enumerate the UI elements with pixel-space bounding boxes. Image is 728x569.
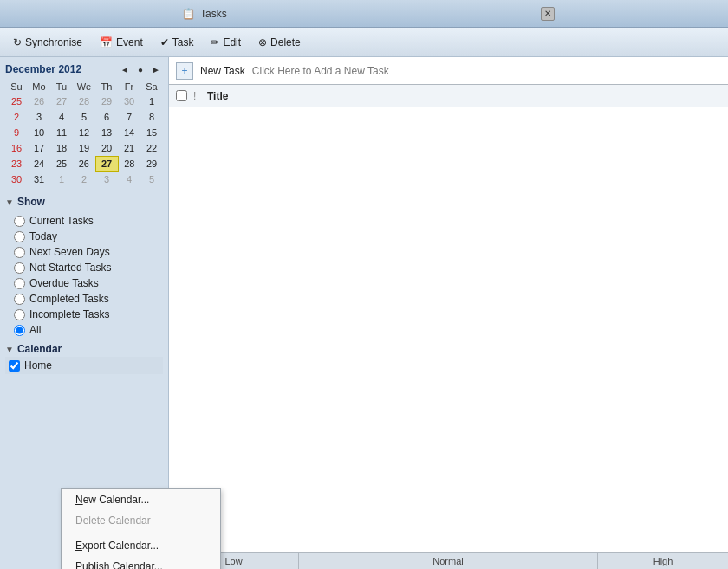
show-radio-overdue[interactable]	[14, 278, 25, 289]
task-priority-col: !	[193, 90, 207, 102]
delete-label: Delete	[270, 36, 301, 48]
calendar-day[interactable]: 22	[140, 140, 163, 156]
calendar-day[interactable]: 17	[28, 140, 50, 156]
calendar-day[interactable]: 28	[73, 94, 95, 109]
edit-button[interactable]: ✏ Edit	[203, 33, 249, 52]
show-radio-today[interactable]	[14, 231, 25, 242]
show-label-not-started: Not Started Tasks	[29, 262, 112, 274]
priority-normal: Normal	[299, 553, 598, 569]
synchronise-button[interactable]: ↻ Synchronise	[5, 33, 90, 52]
calendar-day[interactable]: 20	[95, 140, 118, 156]
calendar-day[interactable]: 9	[5, 125, 28, 140]
calendar-day[interactable]: 15	[140, 125, 163, 140]
calendar-day[interactable]: 27	[95, 156, 118, 171]
calendar-day[interactable]: 18	[50, 140, 73, 156]
calendar-day[interactable]: 26	[28, 94, 50, 109]
new-task-input[interactable]	[252, 65, 721, 77]
mini-calendar: December 2012 ◄ ● ► Su Mo Tu We Th Fr	[0, 57, 168, 192]
delete-icon: ⊗	[258, 36, 267, 48]
calendar-day[interactable]: 1	[50, 171, 73, 187]
calendar-day[interactable]: 24	[28, 156, 50, 171]
calendar-day[interactable]: 31	[28, 171, 50, 187]
calendar-day[interactable]: 19	[73, 140, 95, 156]
show-item-completed[interactable]: Completed Tasks	[14, 291, 163, 307]
show-item-current-tasks[interactable]: Current Tasks	[14, 213, 163, 229]
day-header-th: Th	[95, 80, 118, 94]
show-radio-all[interactable]	[14, 325, 25, 336]
calendar-day[interactable]: 3	[95, 171, 118, 187]
calendar-day[interactable]: 5	[140, 171, 163, 187]
calendar-day[interactable]: 6	[95, 109, 118, 125]
cal-prev-button[interactable]: ◄	[118, 62, 132, 76]
task-title-col[interactable]: Title	[207, 90, 721, 102]
day-header-tu: Tu	[50, 80, 73, 94]
calendar-day[interactable]: 4	[118, 171, 140, 187]
calendar-day[interactable]: 30	[5, 171, 28, 187]
show-item-all[interactable]: All	[14, 322, 163, 338]
context-menu-item-new-calendar[interactable]: New Calendar...	[62, 489, 220, 510]
show-label-incomplete: Incomplete Tasks	[29, 308, 110, 320]
show-radio-current-tasks[interactable]	[14, 216, 25, 227]
tasks-icon: 📋	[182, 8, 195, 20]
show-item-not-started[interactable]: Not Started Tasks	[14, 260, 163, 275]
calendar-day[interactable]: 25	[5, 94, 28, 109]
title-bar-icon-area: 📋 Tasks	[182, 8, 227, 20]
calendar-day[interactable]: 25	[50, 156, 73, 171]
calendar-day[interactable]: 11	[50, 125, 73, 140]
context-menu-separator	[62, 533, 220, 533]
priority-footer: Low Normal High	[169, 552, 728, 569]
home-checkbox[interactable]	[9, 360, 20, 372]
calendar-day[interactable]: 8	[140, 109, 163, 125]
calendar-day[interactable]: 28	[118, 156, 140, 171]
close-button[interactable]: ✕	[541, 7, 555, 21]
show-section-header[interactable]: ▼ Show	[0, 192, 168, 211]
calendar-day[interactable]: 21	[118, 140, 140, 156]
calendar-nav: ◄ ● ►	[118, 62, 163, 76]
calendar-day[interactable]: 13	[95, 125, 118, 140]
task-label: Task	[172, 36, 194, 48]
select-all-checkbox[interactable]	[176, 90, 187, 101]
calendar-day[interactable]: 16	[5, 140, 28, 156]
calendar-day[interactable]: 14	[118, 125, 140, 140]
cal-dot-button[interactable]: ●	[133, 62, 147, 76]
calendar-day[interactable]: 3	[28, 109, 50, 125]
calendar-day[interactable]: 23	[5, 156, 28, 171]
show-label-today: Today	[29, 230, 57, 242]
event-button[interactable]: 📅 Event	[92, 33, 151, 52]
context-menu-item-publish-calendar[interactable]: Publish Calendar...	[62, 556, 220, 569]
show-radio-incomplete[interactable]	[14, 309, 25, 320]
home-label: Home	[24, 359, 52, 372]
task-button[interactable]: ✔ Task	[153, 33, 202, 52]
new-task-button[interactable]: New Task	[200, 65, 245, 77]
calendar-day[interactable]: 29	[95, 94, 118, 109]
show-label-overdue: Overdue Tasks	[29, 277, 99, 289]
calendar-day[interactable]: 2	[5, 109, 28, 125]
delete-button[interactable]: ⊗ Delete	[250, 33, 309, 52]
show-item-incomplete[interactable]: Incomplete Tasks	[14, 307, 163, 322]
calendar-day[interactable]: 7	[118, 109, 140, 125]
calendar-day[interactable]: 12	[73, 125, 95, 140]
calendar-day[interactable]: 1	[140, 94, 163, 109]
show-item-next-seven-days[interactable]: Next Seven Days	[14, 244, 163, 260]
calendar-day[interactable]: 30	[118, 94, 140, 109]
show-radio-next-seven-days[interactable]	[14, 247, 25, 258]
show-label-next-seven-days: Next Seven Days	[29, 246, 110, 258]
calendar-day[interactable]: 4	[50, 109, 73, 125]
show-radio-completed[interactable]	[14, 294, 25, 305]
calendar-day[interactable]: 10	[28, 125, 50, 140]
calendar-day[interactable]: 5	[73, 109, 95, 125]
cal-next-button[interactable]: ►	[149, 62, 163, 76]
calendar-section-header[interactable]: ▼ Calendar	[0, 343, 168, 355]
show-item-overdue[interactable]: Overdue Tasks	[14, 275, 163, 291]
context-menu-item-export-calendar[interactable]: Export Calendar...	[62, 535, 220, 556]
calendar-day[interactable]: 29	[140, 156, 163, 171]
calendar-home-item[interactable]: Home	[5, 357, 163, 374]
show-radio-not-started[interactable]	[14, 262, 25, 274]
show-item-today[interactable]: Today	[14, 229, 163, 244]
task-list-header: ! Title	[169, 85, 728, 107]
day-header-fr: Fr	[118, 80, 140, 94]
calendar-day[interactable]: 27	[50, 94, 73, 109]
calendar-day[interactable]: 2	[73, 171, 95, 187]
show-label-current-tasks: Current Tasks	[29, 215, 94, 227]
calendar-day[interactable]: 26	[73, 156, 95, 171]
